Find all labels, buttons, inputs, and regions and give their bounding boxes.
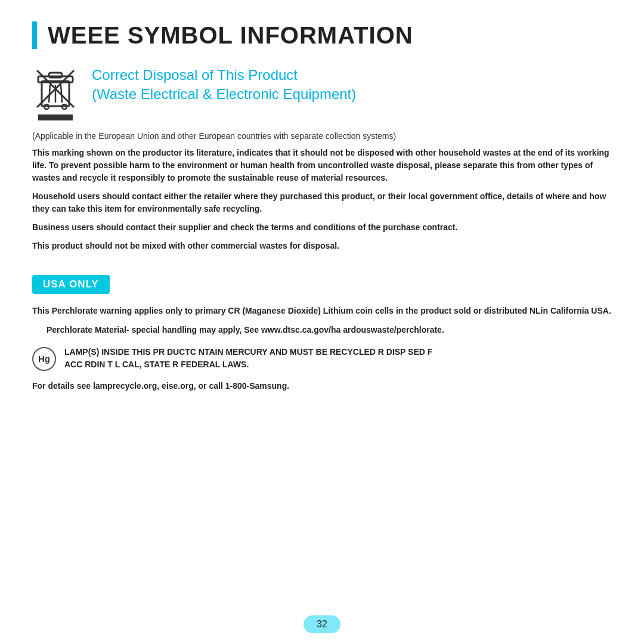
page-number-badge: 32 — [304, 615, 340, 633]
weee-heading: Correct Disposal of This Product (Waste … — [92, 66, 356, 104]
perchlorate-warning: This Perchlorate warning applies only to… — [32, 305, 612, 318]
title-section: WEEE SYMBOL INFORMATION — [32, 21, 612, 49]
hg-row: Hg LAMP(S) INSIDE THIS PR DUCTC NTAIN ME… — [32, 346, 612, 371]
weee-para1: This marking shown on the productor its … — [32, 147, 612, 184]
details-text: For details see lamprecycle.org, eise.or… — [32, 380, 612, 392]
weee-note: (Applicable in the European Union and ot… — [32, 131, 612, 141]
title-accent-bar — [32, 21, 37, 49]
page: WEEE SYMBOL INFORMATION — [0, 0, 644, 644]
weee-heading-area: Correct Disposal of This Product (Waste … — [92, 66, 356, 104]
weee-bin-icon — [32, 66, 79, 112]
weee-icon-bar — [38, 114, 73, 120]
hg-circle-icon: Hg — [32, 347, 56, 371]
page-title: WEEE SYMBOL INFORMATION — [48, 21, 413, 49]
weee-para2: Household users should contact either th… — [32, 190, 612, 215]
weee-para4: This product should not be mixed with ot… — [32, 240, 612, 252]
svg-rect-2 — [49, 73, 62, 78]
weee-para3: Business users should contact their supp… — [32, 221, 612, 234]
usa-only-badge: USA ONLY — [32, 275, 110, 294]
page-number-area: 32 — [304, 615, 340, 633]
perchlorate-material: Perchlorate Material- special handling m… — [47, 324, 612, 336]
hg-text: LAMP(S) INSIDE THIS PR DUCTC NTAIN MERCU… — [64, 346, 432, 371]
weee-section: Correct Disposal of This Product (Waste … — [32, 66, 612, 120]
weee-icon-area — [32, 66, 79, 120]
